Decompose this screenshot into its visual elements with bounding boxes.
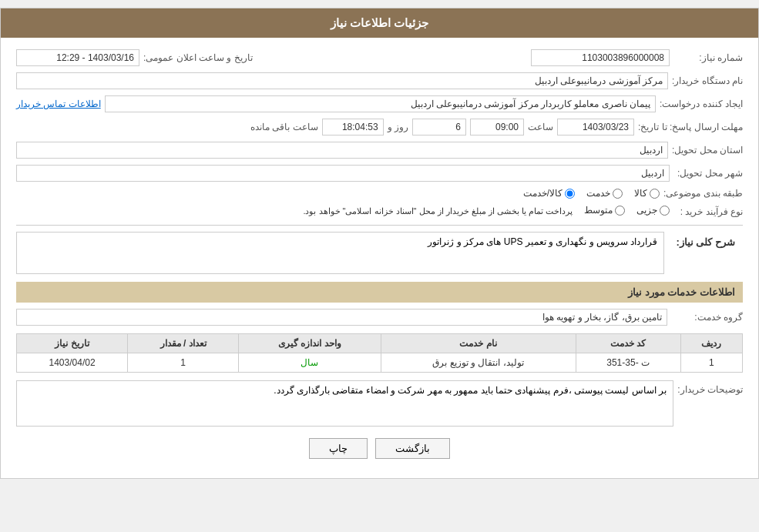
buyer-notes-label: توضیحات خریدار: — [681, 380, 743, 395]
category-service-label: خدمت — [586, 188, 610, 199]
purchase-partial-option[interactable]: جزیی — [636, 205, 670, 216]
page-wrapper: جزئیات اطلاعات نیاز شماره نیاز: 11030038… — [0, 8, 759, 479]
purchase-partial-radio[interactable] — [660, 206, 670, 216]
cell-code: ت -35-351 — [576, 353, 680, 372]
category-label: طبقه بندی موضوعی: — [663, 188, 743, 199]
purchase-type-radio-group: جزیی متوسط — [584, 205, 670, 216]
city-value: اردبیل — [16, 165, 670, 182]
purchase-medium-option[interactable]: متوسط — [584, 205, 625, 216]
category-goods-service-option[interactable]: کالا/خدمت — [523, 188, 575, 199]
col-name: نام خدمت — [381, 333, 576, 353]
remaining-time-label: ساعت باقی مانده — [250, 122, 318, 132]
footer-buttons: بازگشت چاپ — [16, 438, 743, 459]
col-unit: واحد اندازه گیری — [239, 333, 381, 353]
cell-row: 1 — [680, 353, 742, 372]
announce-date-value: 1403/03/16 - 12:29 — [16, 49, 139, 66]
remaining-time: 18:04:53 — [322, 119, 384, 136]
row-purchase-type: نوع فرآیند خرید : جزیی متوسط پرداخت تمام… — [16, 205, 743, 219]
remaining-days: 6 — [412, 119, 466, 136]
services-section-header: اطلاعات خدمات مورد نیاز — [16, 282, 743, 303]
category-goods-label: کالا — [634, 188, 647, 199]
cell-date: 1403/04/02 — [17, 353, 128, 372]
cell-name: تولید، انتقال و توزیع برق — [381, 353, 576, 372]
cell-quantity: 1 — [128, 353, 239, 372]
deadline-time-label: ساعت — [528, 122, 553, 132]
divider-1 — [16, 225, 743, 226]
purchase-type-desc: پرداخت تمام یا بخشی از مبلغ خریدار از مح… — [16, 205, 573, 219]
page-title: جزئیات اطلاعات نیاز — [331, 16, 428, 29]
need-number-label: شماره نیاز: — [673, 52, 743, 63]
category-service-radio[interactable] — [613, 189, 623, 199]
row-city: شهر محل تحویل: اردبیل — [16, 165, 743, 182]
purchase-partial-label: جزیی — [636, 205, 657, 216]
purchase-medium-radio[interactable] — [615, 206, 625, 216]
announce-date-label: تاریخ و ساعت اعلان عمومی: — [143, 52, 253, 63]
table-row: 1 ت -35-351 تولید، انتقال و توزیع برق سا… — [17, 353, 743, 372]
creator-label: ایجاد کننده درخواست: — [660, 99, 743, 109]
service-group-row: گروه خدمت: تامین برق، گاز، بخار و تهویه … — [16, 309, 743, 326]
services-table: ردیف کد خدمت نام خدمت واحد اندازه گیری ت… — [16, 333, 743, 373]
need-number-value: 1103003896000008 — [531, 49, 670, 66]
print-button[interactable]: چاپ — [309, 438, 368, 459]
deadline-label: مهلت ارسال پاسخ: تا تاریخ: — [638, 122, 743, 132]
buyer-name-label: نام دستگاه خریدار: — [672, 75, 743, 86]
row-deadline: مهلت ارسال پاسخ: تا تاریخ: 1403/03/23 سا… — [16, 119, 743, 136]
page-header: جزئیات اطلاعات نیاز — [1, 8, 758, 38]
content-area: شماره نیاز: 1103003896000008 تاریخ و ساع… — [1, 38, 758, 478]
row-category: طبقه بندی موضوعی: کالا خدمت کالا/خدمت — [16, 188, 743, 199]
row-province: استان محل تحویل: اردبیل — [16, 142, 743, 159]
category-service-option[interactable]: خدمت — [586, 188, 623, 199]
remaining-label: روز و — [388, 122, 408, 132]
row-need-desc: شرح کلی نیاز: قرارداد سرویس و نگهداری و … — [16, 232, 743, 274]
province-label: استان محل تحویل: — [672, 145, 743, 156]
buyer-name-value: مرکز آموزشی درمانیبوعلی اردبیل — [16, 72, 668, 89]
city-label: شهر محل تحویل: — [673, 168, 743, 179]
table-header-row: ردیف کد خدمت نام خدمت واحد اندازه گیری ت… — [17, 333, 743, 353]
row-creator: ایجاد کننده درخواست: پیمان ناصری معاملو … — [16, 95, 743, 112]
col-date: تاریخ نیاز — [17, 333, 128, 353]
services-table-container: ردیف کد خدمت نام خدمت واحد اندازه گیری ت… — [16, 333, 743, 373]
row-buyer-name: نام دستگاه خریدار: مرکز آموزشی درمانیبوع… — [16, 72, 743, 89]
category-goods-service-radio[interactable] — [565, 189, 575, 199]
back-button[interactable]: بازگشت — [375, 438, 450, 459]
col-quantity: تعداد / مقدار — [128, 333, 239, 353]
creator-value: پیمان ناصری معاملو کاربردار مرکز آموزشی … — [105, 95, 656, 112]
col-code: کد خدمت — [576, 333, 680, 353]
category-goods-radio[interactable] — [650, 189, 660, 199]
province-value: اردبیل — [16, 142, 668, 159]
buyer-notes-textarea[interactable]: بر اساس لیست پیوستی ،فرم پیشنهادی حتما ب… — [16, 380, 673, 427]
service-group-label: گروه خدمت: — [673, 312, 743, 323]
deadline-date: 1403/03/23 — [557, 119, 634, 136]
creator-contact-link[interactable]: اطلاعات تماس خریدار — [16, 99, 101, 109]
service-group-value: تامین برق، گاز، بخار و تهویه هوا — [16, 309, 667, 326]
buyer-notes-section: توضیحات خریدار: بر اساس لیست پیوستی ،فرم… — [16, 380, 743, 427]
need-desc-textarea[interactable]: قرارداد سرویس و نگهداری و تعمیر UPS های … — [16, 232, 664, 274]
cell-unit: سال — [239, 353, 381, 372]
row-need-number: شماره نیاز: 1103003896000008 تاریخ و ساع… — [16, 49, 743, 66]
category-radio-group: کالا خدمت کالا/خدمت — [523, 188, 660, 199]
category-goods-service-label: کالا/خدمت — [523, 188, 563, 199]
need-desc-label: شرح کلی نیاز: — [668, 232, 743, 253]
category-goods-option[interactable]: کالا — [634, 188, 660, 199]
purchase-medium-label: متوسط — [584, 205, 613, 216]
col-row: ردیف — [680, 333, 742, 353]
purchase-type-label: نوع فرآیند خرید : — [673, 206, 743, 217]
deadline-time: 09:00 — [470, 119, 524, 136]
